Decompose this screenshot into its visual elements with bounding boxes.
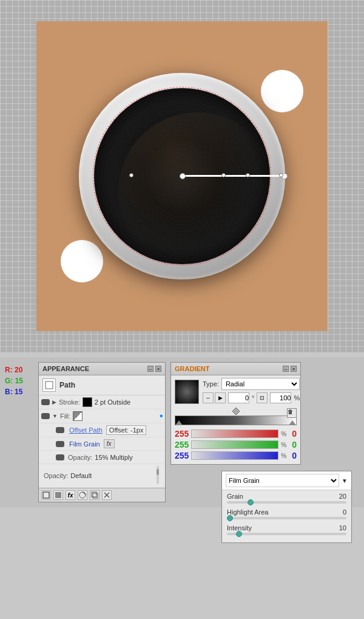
duplicate-icon [91, 491, 98, 499]
toolbar-delete-btn[interactable] [102, 490, 112, 500]
gradient-preview-swatch[interactable] [175, 380, 199, 404]
scrollbar-icon [155, 466, 160, 484]
film-visibility-icon[interactable] [56, 441, 64, 447]
film-grain-dropdown-arrow: ▼ [342, 477, 348, 484]
offset-visibility-icon[interactable] [56, 427, 64, 433]
gradient-scale-icon-btn[interactable]: ⊡ [257, 392, 268, 403]
gradient-close-btn[interactable]: × [291, 366, 297, 372]
film-grain-select[interactable]: Film Grain [226, 474, 339, 487]
gradient-arrow-btn[interactable]: ▶ [215, 392, 226, 403]
canvas-area [0, 0, 364, 352]
rgb-r-label: 255 [175, 429, 189, 439]
gradient-minimize-btn[interactable]: – [283, 366, 289, 372]
gradient-bar[interactable] [175, 416, 297, 425]
grain-value: 20 [334, 493, 346, 500]
grain-param-row: Grain 20 [222, 490, 351, 501]
fill-swatch[interactable] [73, 411, 83, 421]
svg-rect-3 [43, 492, 49, 498]
grain-slider-track[interactable] [227, 501, 346, 504]
gradient-stop-right[interactable] [289, 420, 296, 425]
gradient-stop-diamond[interactable] [232, 408, 240, 416]
appearance-panel-header: APPEARANCE – × [39, 363, 165, 375]
path-label: Path [59, 381, 75, 389]
gradient-scale-input[interactable] [270, 392, 291, 403]
highlight-slider-thumb[interactable] [227, 515, 233, 521]
rgb-b-pct: % [281, 453, 289, 459]
control-point-left[interactable] [129, 173, 133, 177]
color-b-value: B: 15 [5, 386, 23, 397]
svg-marker-10 [232, 408, 240, 415]
opacity1-visibility-icon[interactable] [56, 454, 64, 460]
highlight-param-row: Highlight Area 0 [222, 506, 351, 517]
rgb-b-slider[interactable] [191, 451, 278, 460]
stroke-visibility-icon[interactable] [41, 399, 50, 405]
gradient-bar-container: 🗑 [175, 408, 297, 425]
gradient-preview-row: Type: Radial Linear ↔ ▶ ° [175, 378, 297, 406]
offset-value: Offset: -1px [106, 425, 147, 435]
artboard [36, 21, 328, 331]
intensity-slider-track[interactable] [227, 533, 346, 535]
highlight-slider-track[interactable] [227, 517, 346, 519]
rgb-g-slider[interactable] [191, 440, 278, 449]
toolbar-opacity-btn[interactable] [78, 490, 87, 500]
rgb-r-pct: % [281, 431, 289, 437]
gradient-stop-left[interactable] [175, 420, 183, 425]
gradient-bar-row: 🗑 [175, 416, 297, 425]
gradient-type-container: Type: Radial Linear ↔ ▶ ° [203, 378, 300, 406]
toolbar-add-fill-btn[interactable] [53, 490, 63, 500]
intensity-value: 10 [334, 524, 346, 532]
appearance-toolbar: fx [39, 488, 165, 502]
film-grain-panel: Film Grain ▼ Grain 20 Highlight Area 0 I… [221, 471, 352, 543]
rgb-b-label: 255 [175, 451, 189, 460]
appearance-minimize-btn[interactable]: – [147, 366, 153, 372]
rgb-g-label: 255 [175, 440, 189, 450]
highlight-label: Highlight Area [227, 508, 332, 516]
gradient-angle-unit: ° [252, 394, 254, 402]
fill-visibility-icon[interactable] [41, 413, 50, 419]
fill-expand-arrow: ▼ [52, 413, 58, 419]
opacity2-value: Default [70, 472, 92, 479]
opacity-row-1: Opacity: 15% Multiply [39, 451, 165, 464]
turntable[interactable] [79, 73, 285, 279]
rgb-b-row: 255 % 0 [175, 451, 297, 460]
toolbar-fx-btn[interactable]: fx [66, 490, 75, 500]
svg-rect-6 [93, 493, 98, 498]
opacity1-label: Opacity: [68, 454, 92, 461]
control-point-end[interactable] [279, 173, 283, 177]
rgb-r-slider[interactable] [191, 429, 278, 438]
control-point-mid[interactable] [246, 173, 250, 177]
offset-path-link[interactable]: Offset Path [69, 426, 103, 434]
intensity-slider-thumb[interactable] [236, 531, 242, 537]
rgb-b-end-value: 0 [292, 451, 297, 460]
gradient-panel-title: GRADIENT [175, 365, 209, 372]
offset-path-row: Offset Path Offset: -1px [39, 423, 165, 437]
stroke-expand-arrow: ▶ [52, 399, 56, 405]
fill-connector-dot: • [160, 411, 163, 422]
grain-label: Grain [227, 493, 332, 500]
film-grain-label: Film Grain [69, 440, 100, 448]
rgb-g-row: 255 % 0 [175, 440, 297, 450]
gradient-delete-stop-btn[interactable]: 🗑 [287, 408, 297, 418]
gradient-type-select[interactable]: Radial Linear [221, 378, 300, 390]
control-point-center[interactable] [221, 173, 226, 177]
stroke-label: Stroke: [59, 398, 80, 406]
toolbar-duplicate-btn[interactable] [90, 490, 99, 500]
toolbar-add-stroke-btn[interactable] [41, 490, 51, 500]
gradient-body: Type: Radial Linear ↔ ▶ ° [171, 375, 300, 464]
appearance-panel-title: APPEARANCE [42, 365, 89, 372]
scroll-indicator [155, 466, 160, 485]
film-grain-row: Film Grain fx [39, 437, 165, 451]
film-grain-header: Film Grain ▼ [222, 471, 351, 490]
stroke-swatch[interactable] [83, 397, 92, 407]
gradient-flip-h-btn[interactable]: ↔ [203, 392, 214, 403]
highlight-value: 0 [334, 508, 346, 516]
path-label-row: Path [39, 375, 165, 395]
appearance-close-btn[interactable]: × [155, 366, 161, 372]
rgb-g-pct: % [281, 442, 289, 448]
grain-slider-thumb[interactable] [248, 499, 254, 505]
rgb-r-end-value: 0 [292, 429, 297, 439]
gradient-panel: GRADIENT – × Type: Radial Linear [170, 362, 301, 465]
rgb-sliders: 255 % 0 255 % 0 255 % 0 [175, 429, 297, 460]
gradient-angle-input[interactable] [228, 392, 249, 403]
rgb-r-row: 255 % 0 [175, 429, 297, 439]
